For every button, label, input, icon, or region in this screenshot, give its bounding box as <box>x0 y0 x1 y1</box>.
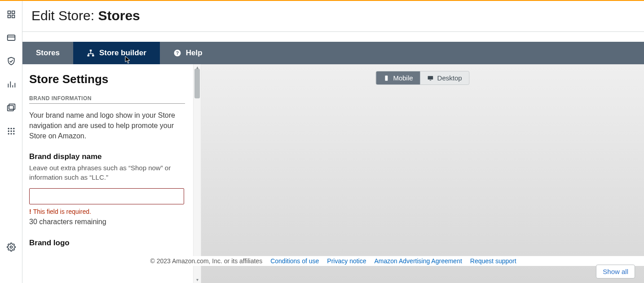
tab-stores-label: Stores <box>36 49 60 57</box>
tab-nav: Stores Store builder ? Help <box>22 42 644 64</box>
svg-point-14 <box>13 128 14 129</box>
svg-rect-28 <box>428 76 433 80</box>
svg-rect-1 <box>12 11 14 14</box>
svg-rect-4 <box>7 35 15 40</box>
brand-logo-label: Brand logo <box>29 239 185 248</box>
brand-section-head: BRAND INFORMATION <box>29 95 185 104</box>
gear-icon[interactable] <box>7 243 16 252</box>
brand-name-hint: Leave out extra phrases such as “Shop no… <box>29 163 177 182</box>
svg-rect-3 <box>12 15 14 18</box>
brand-section-desc: Your brand name and logo show in your St… <box>29 110 182 142</box>
brand-name-error: ! This field is required. <box>29 208 185 215</box>
content-split: Store Settings BRAND INFORMATION Your br… <box>22 64 644 283</box>
footer-link-support[interactable]: Request support <box>470 257 516 265</box>
page-title-prefix: Edit Store: <box>31 8 94 23</box>
footer: © 2023 Amazon.com, Inc. or its affiliate… <box>22 256 644 266</box>
chart-icon[interactable] <box>7 80 16 89</box>
desktop-icon <box>428 75 434 81</box>
media-icon[interactable] <box>7 103 16 112</box>
scroll-down-arrow[interactable]: ▾ <box>194 277 201 283</box>
page-title-name: Stores <box>98 8 140 23</box>
page-title: Edit Store: Stores <box>31 8 644 23</box>
preview-pane: Mobile Desktop <box>201 64 644 283</box>
tab-store-builder[interactable]: Store builder <box>73 42 160 64</box>
dashboard-icon[interactable] <box>7 10 16 19</box>
tab-help-label: Help <box>186 49 203 57</box>
alert-icon: ! <box>29 208 31 215</box>
svg-rect-2 <box>8 15 10 18</box>
top-accent <box>0 0 644 1</box>
footer-link-conditions[interactable]: Conditions of use <box>270 257 319 265</box>
tab-store-builder-label: Store builder <box>99 49 146 57</box>
tab-help[interactable]: ? Help <box>160 42 216 64</box>
brand-name-label: Brand display name <box>29 152 185 161</box>
device-mobile-label: Mobile <box>393 74 413 82</box>
show-all-label: Show all <box>603 268 628 275</box>
svg-text:?: ? <box>176 50 179 56</box>
svg-rect-29 <box>430 80 432 80</box>
svg-point-20 <box>13 133 14 134</box>
card-icon[interactable] <box>7 33 16 42</box>
mobile-icon <box>383 75 389 81</box>
device-desktop[interactable]: Desktop <box>420 71 469 84</box>
shield-icon[interactable] <box>7 57 16 66</box>
svg-rect-24 <box>92 55 94 57</box>
svg-rect-27 <box>385 75 388 81</box>
brand-name-remaining: 30 characters remaining <box>29 218 185 226</box>
svg-rect-0 <box>8 11 10 14</box>
svg-point-19 <box>10 133 12 134</box>
svg-point-12 <box>8 128 9 129</box>
settings-heading: Store Settings <box>29 72 185 86</box>
footer-link-agreement[interactable]: Amazon Advertising Agreement <box>375 257 462 265</box>
main-area: Edit Store: Stores Stores Store builder … <box>22 0 644 283</box>
svg-point-18 <box>8 133 9 134</box>
show-all-button[interactable]: Show all <box>596 265 635 279</box>
footer-link-privacy[interactable]: Privacy notice <box>327 257 366 265</box>
device-toggle: Mobile Desktop <box>375 71 469 85</box>
icon-rail <box>0 0 22 283</box>
help-icon: ? <box>173 49 181 57</box>
svg-rect-11 <box>9 104 15 110</box>
device-desktop-label: Desktop <box>437 74 462 82</box>
brand-name-input[interactable] <box>29 188 184 204</box>
app: Edit Store: Stores Stores Store builder … <box>0 0 644 283</box>
svg-rect-22 <box>90 50 92 52</box>
svg-point-15 <box>8 130 9 132</box>
settings-scrollbar[interactable]: ▴ ▾ <box>193 64 201 283</box>
svg-rect-10 <box>7 106 13 111</box>
device-mobile[interactable]: Mobile <box>376 71 420 84</box>
svg-point-13 <box>10 128 12 129</box>
svg-point-16 <box>10 130 12 132</box>
scroll-thumb[interactable] <box>194 69 200 98</box>
svg-point-21 <box>10 246 12 248</box>
svg-rect-23 <box>87 55 89 57</box>
settings-panel: Store Settings BRAND INFORMATION Your br… <box>22 64 193 283</box>
footer-copyright: © 2023 Amazon.com, Inc. or its affiliate… <box>150 257 262 265</box>
apps-icon[interactable] <box>7 127 16 136</box>
sitemap-icon <box>87 49 95 57</box>
tab-stores[interactable]: Stores <box>22 42 73 64</box>
svg-point-17 <box>13 130 14 132</box>
brand-name-error-text: This field is required. <box>33 208 91 215</box>
titlebar: Edit Store: Stores <box>22 0 644 32</box>
